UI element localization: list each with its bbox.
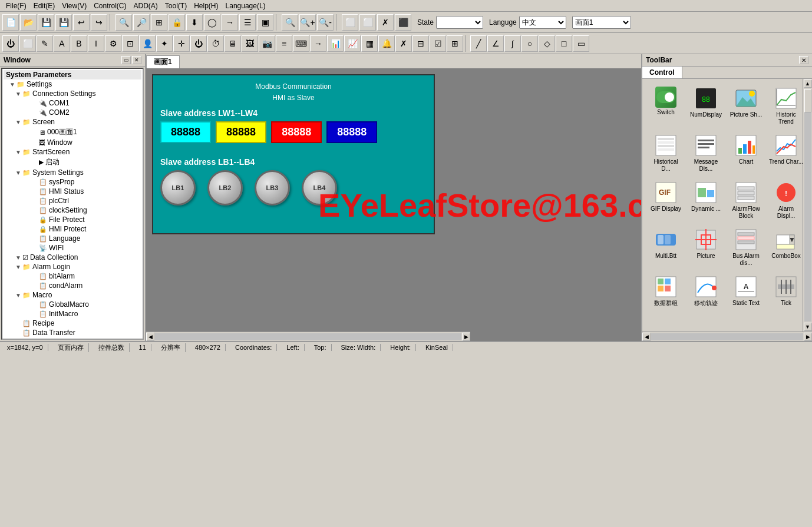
tb-x[interactable]: ✗ [377,14,394,31]
tree-window[interactable]: 🖼 Window [4,138,141,147]
tb2-i[interactable]: I [88,35,104,52]
win-restore[interactable]: ▭ [121,56,131,64]
tp-item-alarmdisp[interactable]: ! Alarm Displ... [767,178,803,223]
tp-item-historicald[interactable]: Historical D... [647,131,685,175]
tp-item-multibtn[interactable]: Multi.Btt [647,225,685,270]
tb-magnify[interactable]: 🔍 [282,14,298,31]
tb2-person[interactable]: 👤 [139,35,156,52]
vscroll-up[interactable]: ▲ [804,79,812,88]
tb2-bars[interactable]: ⊟ [412,35,429,52]
tp-hscroll-left[interactable]: ◀ [642,333,651,341]
win-close[interactable]: ✕ [132,56,141,64]
tp-item-gifdisplay[interactable]: GIF GIF Display [647,178,685,223]
menu-view[interactable]: View(V) [58,1,90,11]
tree-hmistatus[interactable]: 📋 HMI Status [4,187,141,196]
scene-dropdown[interactable]: 画面1 [572,16,631,29]
tp-item-combobox[interactable]: ▼ ComboBox [767,225,803,270]
hmi-btn-lb1[interactable]: LB1 [160,170,196,206]
tb2-rect2[interactable]: ▭ [573,35,589,52]
tree-sysset[interactable]: ▼ 📁 System Settings [4,168,141,177]
tb2-chart[interactable]: 📊 [327,35,344,52]
tp-item-dynamic[interactable]: Dynamic ... [687,178,725,223]
tree-wifi[interactable]: 📡 WIFI [4,243,141,253]
tb-arrow[interactable]: → [222,14,238,31]
hscroll-right[interactable]: ▶ [462,333,470,341]
tb2-clock[interactable]: ⏱ [207,35,224,52]
tree-condalarm[interactable]: 📋 condAlarm [4,281,141,290]
tb2-pic[interactable]: 📷 [259,35,275,52]
tree-sysprop[interactable]: 📋 sysProp [4,177,141,187]
tb2-angle[interactable]: ∠ [487,35,504,52]
tree-clocksetting[interactable]: 📋 clockSetting [4,206,141,215]
tree-bitalarm[interactable]: 📋 bitAlarm [4,271,141,281]
tb2-img[interactable]: 🖼 [242,35,258,52]
tb2-b[interactable]: B [71,35,87,52]
tp-item-pictureshow[interactable]: Picture Sh... [727,84,765,128]
tree-recipe[interactable]: 📋 Recipe [4,319,141,328]
lang-dropdown[interactable]: 中文 [519,16,566,29]
tb2-bezier[interactable]: ∫ [504,35,521,52]
tp-item-numdisplay[interactable]: 88 NumDisplay [687,84,725,128]
menu-file[interactable]: File(F) [2,1,30,11]
tb2-alarm[interactable]: 🔔 [378,35,395,52]
tb2-cross[interactable]: ✛ [173,35,190,52]
tp-item-statictext[interactable]: A Static Text [727,272,765,310]
hscroll-left[interactable]: ◀ [146,333,154,341]
tree-startup[interactable]: ▶ 启动 [4,157,141,168]
tp-tab-control[interactable]: Control [642,67,682,78]
tree-initmacro[interactable]: 📋 InitMacro [4,309,141,319]
tb2-send[interactable]: → [310,35,326,52]
tb-zoomout[interactable]: 🔍- [317,14,334,31]
tree-settings[interactable]: ▼ 📁 Settings [4,79,141,89]
canvas-tab-main[interactable]: 画面1 [146,55,180,68]
tp-item-switch[interactable]: Switch [647,84,685,128]
tb2-key[interactable]: ⌨ [293,35,309,52]
tp-item-trendchart[interactable]: Trend Char... [767,131,803,175]
tp-item-moverail[interactable]: 移动轨迹 [687,272,725,310]
tree-fileprotect[interactable]: 🔒 File Protect [4,215,141,224]
tp-hscroll-right[interactable]: ▶ [804,333,812,341]
tb-file-save2[interactable]: 💾 [38,14,54,31]
tp-item-alarmflow[interactable]: AlarmFlow Block [727,178,765,223]
vscroll-thumb[interactable] [804,89,811,112]
menu-control[interactable]: Control(C) [90,1,130,11]
tb-download[interactable]: ⬇ [186,14,203,31]
tp-close-btn[interactable]: ✕ [799,56,808,64]
menu-language[interactable]: Language(L) [222,1,269,11]
tb2-dl[interactable]: ⬜ [19,35,36,52]
tree-screen[interactable]: ▼ 📁 Screen [4,117,141,127]
tp-item-tick[interactable]: Tick [767,272,803,310]
tb-lock[interactable]: 🔒 [169,14,185,31]
menu-tool[interactable]: Tool(T) [161,1,190,11]
tree-hmiprotect[interactable]: 🔒 HMI Protect [4,224,141,234]
hmi-btn-lb2[interactable]: LB2 [207,170,243,206]
tb2-edit[interactable]: ✎ [37,35,53,52]
vscroll-down[interactable]: ▼ [804,323,812,331]
tb-grid[interactable]: ⊞ [151,14,167,31]
tb2-grid2[interactable]: ⊡ [122,35,138,52]
tb2-line[interactable]: ╱ [470,35,487,52]
tb-search2[interactable]: 🔎 [133,14,150,31]
tb2-gear[interactable]: ⚙ [105,35,121,52]
tb-dl2[interactable]: ⬜ [342,14,358,31]
canvas-container[interactable]: Modbus Communication HMI as Slave Slave … [146,68,641,341]
tb-redo[interactable]: ↪ [91,14,107,31]
tb2-rect[interactable]: □ [556,35,572,52]
tree-connection-settings[interactable]: ▼ 📁 Connection Settings [4,89,141,98]
hmi-btn-lb4[interactable]: LB4 [302,170,337,206]
tree-macro[interactable]: ▼ 📁 Macro [4,290,141,300]
tb-undo[interactable]: ↩ [73,14,90,31]
tree-datatransfer[interactable]: 📋 Data Transfer [4,328,141,337]
tree-globalmacro[interactable]: 📋 GlobalMacro [4,300,141,309]
tb-menu[interactable]: ☰ [239,14,256,31]
tree-datacollection[interactable]: ▼ ☑ Data Collection [4,253,141,262]
tb2-bar[interactable]: 📈 [344,35,361,52]
tb2-monitor[interactable]: 🖥 [225,35,241,52]
tb-ul[interactable]: ⬜ [359,14,376,31]
state-dropdown[interactable] [436,16,483,29]
tb-search[interactable]: 🔍 [115,14,132,31]
tree-screen000[interactable]: 🖥 000画面1 [4,127,141,138]
tp-item-picture2[interactable]: Picture [687,225,725,270]
tp-item-historictrend[interactable]: Historic Trend [767,84,803,128]
tree-com1[interactable]: 🔌 COM1 [4,98,141,108]
